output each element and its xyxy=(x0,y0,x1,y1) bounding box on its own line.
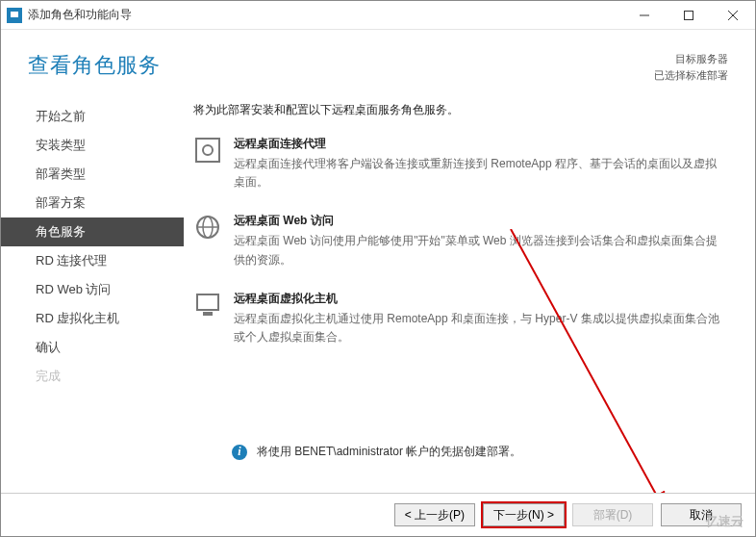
sidebar-item-deploy-type[interactable]: 部署类型 xyxy=(1,160,184,189)
footer: < 上一步(P) 下一步(N) > 部署(D) 取消 xyxy=(1,493,755,536)
sidebar: 开始之前 安装类型 部署类型 部署方案 角色服务 RD 连接代理 RD Web … xyxy=(1,96,184,493)
body: 开始之前 安装类型 部署类型 部署方案 角色服务 RD 连接代理 RD Web … xyxy=(1,94,755,493)
title-bar: 添加角色和功能向导 xyxy=(1,1,755,30)
role-text-broker: 远程桌面连接代理 远程桌面连接代理将客户端设备连接或重新连接到 RemoteAp… xyxy=(234,136,728,192)
info-icon: i xyxy=(232,445,247,460)
svg-rect-6 xyxy=(196,139,219,162)
previous-button[interactable]: < 上一步(P) xyxy=(394,503,475,526)
deploy-button: 部署(D) xyxy=(572,503,653,526)
svg-rect-3 xyxy=(685,11,693,19)
sidebar-item-complete: 完成 xyxy=(1,362,184,391)
sidebar-item-confirm[interactable]: 确认 xyxy=(1,333,184,362)
sidebar-item-rd-vh[interactable]: RD 虚拟化主机 xyxy=(1,304,184,333)
info-text: 将使用 BENET\administrator 帐户的凭据创建部署。 xyxy=(257,444,521,460)
role-title: 远程桌面连接代理 xyxy=(234,136,728,152)
sidebar-item-before-begin[interactable]: 开始之前 xyxy=(1,102,184,131)
role-row-broker: 远程桌面连接代理 远程桌面连接代理将客户端设备连接或重新连接到 RemoteAp… xyxy=(193,136,728,192)
role-row-vh: 远程桌面虚拟化主机 远程桌面虚拟化主机通过使用 RemoteApp 和桌面连接，… xyxy=(193,291,728,346)
svg-rect-12 xyxy=(203,312,213,316)
svg-point-7 xyxy=(203,145,213,155)
sidebar-item-deploy-scenario[interactable]: 部署方案 xyxy=(1,189,184,217)
role-title: 远程桌面虚拟化主机 xyxy=(234,291,728,307)
content-pane: 将为此部署安装和配置以下远程桌面服务角色服务。 远程桌面连接代理 远程桌面连接代… xyxy=(184,96,755,493)
role-text-vh: 远程桌面虚拟化主机 远程桌面虚拟化主机通过使用 RemoteApp 和桌面连接，… xyxy=(234,291,728,346)
wizard-window: 添加角色和功能向导 查看角色服务 目标服务器 已选择标准部署 开始之前 安装类型… xyxy=(0,0,756,537)
header: 查看角色服务 目标服务器 已选择标准部署 xyxy=(1,30,755,94)
role-row-web: 远程桌面 Web 访问 远程桌面 Web 访问使用户能够使用"开始"菜单或 We… xyxy=(193,213,728,268)
web-icon xyxy=(193,213,222,242)
minimize-button[interactable] xyxy=(622,1,667,30)
next-button[interactable]: 下一步(N) > xyxy=(483,503,565,526)
target-info: 目标服务器 已选择标准部署 xyxy=(654,51,728,83)
sidebar-item-install-type[interactable]: 安装类型 xyxy=(1,131,184,160)
role-title: 远程桌面 Web 访问 xyxy=(234,213,728,229)
vh-icon xyxy=(193,291,222,320)
broker-icon xyxy=(193,136,222,165)
close-button[interactable] xyxy=(711,1,755,30)
svg-rect-1 xyxy=(11,12,18,17)
svg-rect-11 xyxy=(197,294,218,310)
maximize-button[interactable] xyxy=(667,1,711,30)
page-title: 查看角色服务 xyxy=(28,51,161,83)
role-text-web: 远程桌面 Web 访问 远程桌面 Web 访问使用户能够使用"开始"菜单或 We… xyxy=(234,213,728,268)
role-desc: 远程桌面虚拟化主机通过使用 RemoteApp 和桌面连接，与 Hyper-V … xyxy=(234,312,719,344)
sidebar-item-role-services[interactable]: 角色服务 xyxy=(1,217,184,246)
role-desc: 远程桌面连接代理将客户端设备连接或重新连接到 RemoteApp 程序、基于会话… xyxy=(234,157,717,189)
sidebar-item-rd-web[interactable]: RD Web 访问 xyxy=(1,275,184,304)
watermark: 亿速云 xyxy=(706,513,743,530)
info-row: i 将使用 BENET\administrator 帐户的凭据创建部署。 xyxy=(232,444,521,460)
target-label: 目标服务器 xyxy=(654,51,728,67)
role-desc: 远程桌面 Web 访问使用户能够使用"开始"菜单或 Web 浏览器连接到会话集合… xyxy=(234,234,718,266)
intro-text: 将为此部署安装和配置以下远程桌面服务角色服务。 xyxy=(193,102,728,118)
sidebar-item-rd-broker[interactable]: RD 连接代理 xyxy=(1,246,184,275)
app-icon xyxy=(7,8,22,23)
window-title: 添加角色和功能向导 xyxy=(28,7,622,23)
target-value: 已选择标准部署 xyxy=(654,67,728,84)
